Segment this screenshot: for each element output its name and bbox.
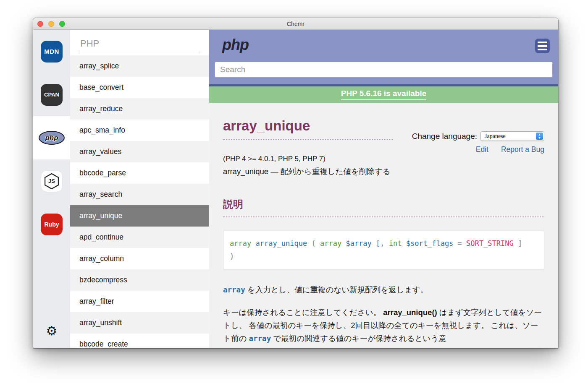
text-segment [251,239,255,248]
text-segment: SORT_STRING [466,239,514,248]
code-line: ) [230,250,538,263]
sidebar-item-mdn[interactable]: MDN [33,30,70,73]
text-segment: キーは保持されることに注意してください。 [223,308,383,317]
text-segment: array [223,286,245,294]
php-logo-icon: php [39,131,65,145]
list-item[interactable]: array_unshift [70,312,209,334]
section-separator [223,216,544,217]
settings-gear-icon[interactable]: ⚙ [33,325,70,337]
index-filter-input[interactable] [79,38,200,53]
change-language-label: Change language: [412,132,477,141]
list-item[interactable]: array_splice [70,55,209,77]
text-segment: $sort_flags [406,239,454,248]
list-item[interactable]: apd_continue [70,227,209,248]
text-segment: array [249,334,271,343]
method-synopsis-code: array array_unique ( array $array [, int… [223,231,544,269]
sidebar-item-php[interactable]: php [33,116,70,159]
list-item[interactable]: array_column [70,248,209,269]
text-segment: $array [346,239,371,248]
version-banner: PHP 5.6.16 is available [209,86,558,103]
text-segment [402,239,406,248]
text-segment: を入力とし、値に重複のない新規配列を返します。 [245,285,428,294]
titlebar[interactable]: Chemr [33,18,558,30]
sidebar-item-nodejs[interactable]: JS [33,159,70,203]
index-panel: array_splicebase_convertarray_reduceapc_… [70,30,209,348]
nodejs-icon: JS [41,170,63,192]
doc-paragraph: キーは保持されることに注意してください。 array_unique() はまず文… [223,306,544,345]
section-heading: 説明 [223,198,544,211]
list-item[interactable]: array_values [70,141,209,162]
doc-content: php PHP 5.6.16 is available array_unique… [209,30,558,348]
app-window: Chemr MDN CPAN php JS [33,18,559,348]
text-segment: [, [372,239,389,248]
doc-paragraph: array を入力とし、値に重複のない新規配列を返します。 [223,283,544,297]
list-item[interactable]: array_search [70,184,209,205]
text-segment: ( [307,239,320,248]
list-item[interactable]: bbcode_parse [70,162,209,184]
hamburger-menu-icon[interactable] [535,39,550,53]
text-segment [341,239,346,248]
list-item[interactable]: array_reduce [70,98,209,120]
text-segment: array [320,239,341,248]
text-segment: で最初の関連する値のキーが保持されるという意 [271,334,446,343]
text-segment: ) [230,252,234,261]
list-item[interactable]: array_filter [70,291,209,312]
list-item[interactable]: array_unique [70,205,209,227]
text-segment: int [389,239,402,248]
text-segment: array_unique [255,239,307,248]
list-item[interactable]: base_convert [70,77,209,98]
text-segment: array_unique() [383,308,437,317]
doc-header: php [209,30,558,84]
sidebar-item-cpan[interactable]: CPAN [33,73,70,116]
report-bug-link[interactable]: Report a Bug [501,145,544,154]
select-stepper-icon: ▲▼ [536,133,543,140]
list-item[interactable]: bzdecompress [70,269,209,291]
language-select-value: Japanese [485,133,506,140]
php-site-logo: php [222,36,249,54]
window-title: Chemr [33,21,558,27]
ruby-icon: Ruby [41,214,63,235]
php-version-line: (PHP 4 >= 4.0.1, PHP 5, PHP 7) [223,155,544,163]
text-segment: ] [514,239,522,248]
cpan-icon: CPAN [41,84,63,106]
title-separator [223,139,393,140]
text-segment: = [453,239,466,248]
text-segment: array [230,239,251,248]
language-area: Change language: Japanese ▲▼ Edit Report… [412,131,544,154]
version-banner-link[interactable]: PHP 5.6.16 is available [341,89,427,100]
sidebar-item-ruby[interactable]: Ruby [33,203,70,246]
edit-link[interactable]: Edit [476,145,488,154]
doc-paragraphs: array を入力とし、値に重複のない新規配列を返します。キーは保持されることに… [223,283,544,345]
doc-search-input[interactable] [215,62,553,78]
code-line: array array_unique ( array $array [, int… [230,237,538,250]
mdn-icon: MDN [41,41,63,63]
function-summary: array_unique — 配列から重複した値を削除する [223,166,544,177]
function-index-list: array_splicebase_convertarray_reduceapc_… [70,55,209,348]
sidebar: MDN CPAN php JS Ruby [33,30,70,348]
language-select[interactable]: Japanese ▲▼ [480,131,544,141]
list-item[interactable]: apc_sma_info [70,120,209,141]
list-item[interactable]: bbcode_create [70,334,209,348]
